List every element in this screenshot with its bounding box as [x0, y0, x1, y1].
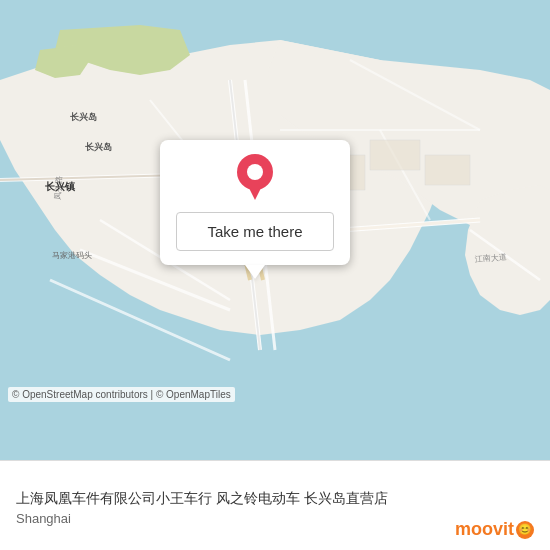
map-container: 江南大道 凤公路 江南大道 长兴岛 长兴岛 长兴镇 马家港码头 — [0, 0, 550, 460]
moovit-face-icon: 😊 — [516, 521, 534, 539]
location-pin-icon — [235, 152, 275, 202]
svg-point-34 — [247, 164, 263, 180]
svg-text:长兴岛: 长兴岛 — [70, 112, 97, 122]
svg-rect-29 — [370, 140, 420, 170]
moovit-logo-text: moovit — [455, 519, 514, 540]
attribution-text: © OpenStreetMap contributors | © OpenMap… — [8, 387, 235, 402]
place-name: 上海凤凰车件有限公司小王车行 风之铃电动车 长兴岛直营店 — [16, 489, 534, 509]
bottom-bar: 上海凤凰车件有限公司小王车行 风之铃电动车 长兴岛直营店 Shanghai mo… — [0, 460, 550, 550]
take-me-there-button[interactable]: Take me there — [176, 212, 334, 251]
svg-rect-30 — [425, 155, 470, 185]
moovit-logo: moovit 😊 — [455, 519, 534, 540]
svg-text:马家港码头: 马家港码头 — [52, 251, 92, 260]
svg-marker-35 — [247, 184, 263, 200]
location-popup: Take me there — [160, 140, 350, 265]
svg-text:长兴镇: 长兴镇 — [45, 181, 76, 192]
svg-text:长兴岛: 长兴岛 — [85, 142, 112, 152]
